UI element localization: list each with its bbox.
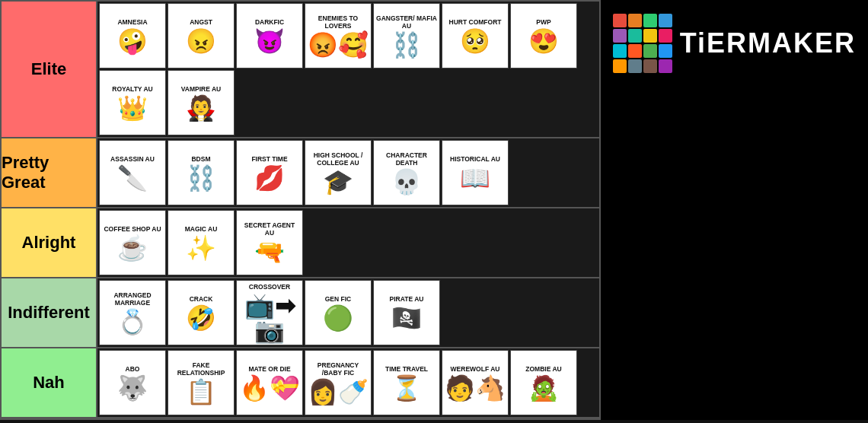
- tier-item[interactable]: DARKFIC😈: [236, 3, 303, 68]
- tier-item[interactable]: CRACK🤣: [168, 280, 235, 345]
- tier-item-emoji: 👩🍼: [308, 380, 369, 404]
- tier-items-alright: COFFEE SHOP AU☕MAGIC AU✨SECRET AGENT AU🔫: [97, 208, 599, 277]
- tier-item-emoji: 💋: [254, 166, 285, 190]
- tier-label-pretty-great: Pretty Great: [2, 138, 97, 207]
- logo-cell: [613, 14, 627, 27]
- logo-cell: [643, 29, 657, 43]
- logo-cell: [659, 44, 672, 58]
- tier-item-label: ARRANGED MARRIAGE: [102, 291, 163, 307]
- logo-cell: [643, 14, 657, 27]
- tier-item[interactable]: GEN FIC🟢: [305, 280, 372, 345]
- tier-item-label: SECRET AGENT AU: [239, 221, 300, 237]
- tier-item[interactable]: GANGSTER/ MAFIA AU⛓️: [373, 3, 440, 68]
- tier-item[interactable]: BDSM⛓️: [168, 140, 235, 205]
- tier-items-elite: AMNESIA🤪ANGST😠DARKFIC😈ENEMIES TO LOVERS😡…: [97, 2, 599, 137]
- tier-item-label: AMNESIA: [117, 18, 147, 26]
- tier-item-emoji: 🔥💝: [239, 376, 300, 400]
- tier-item-label: CROSSOVER: [249, 283, 290, 291]
- tier-item-label: DARKFIC: [255, 18, 284, 26]
- tier-item-label: GANGSTER/ MAFIA AU: [376, 14, 437, 30]
- tier-item[interactable]: HURT COMFORT🥺: [442, 3, 509, 68]
- tier-item[interactable]: VAMPIRE AU🧛: [168, 70, 235, 135]
- tier-item[interactable]: COFFEE SHOP AU☕: [99, 210, 166, 275]
- tier-items-indifferent: ARRANGED MARRIAGE💍CRACK🤣CROSSOVER📺➡📷GEN …: [97, 278, 599, 347]
- tier-label-elite: Elite: [2, 2, 97, 137]
- tier-item-label: PIRATE AU: [390, 295, 424, 303]
- logo-cell: [643, 59, 657, 73]
- tier-item[interactable]: ROYALTY AU👑: [99, 70, 166, 135]
- tier-table: EliteAMNESIA🤪ANGST😠DARKFIC😈ENEMIES TO LO…: [0, 0, 601, 420]
- tier-item[interactable]: FIRST TIME💋: [236, 140, 303, 205]
- tier-item-label: HISTORICAL AU: [450, 155, 500, 163]
- tier-item-emoji: 🐺: [117, 376, 148, 400]
- tier-item-emoji: 😈: [254, 29, 285, 53]
- right-panel: TiERMAKER: [601, 0, 868, 420]
- tier-item-emoji: 📋: [186, 380, 216, 404]
- tier-item[interactable]: CROSSOVER📺➡📷: [236, 280, 303, 345]
- tier-item-label: ENEMIES TO LOVERS: [308, 14, 369, 30]
- tier-items-nah: ABO🐺FAKE RELATIONSHIP📋MATE OR DIE🔥💝PREGN…: [97, 348, 599, 417]
- tier-item-emoji: ⛓️: [186, 166, 216, 190]
- tier-row-nah: NahABO🐺FAKE RELATIONSHIP📋MATE OR DIE🔥💝PR…: [2, 348, 599, 418]
- tier-item[interactable]: MAGIC AU✨: [168, 210, 235, 275]
- logo-cell: [643, 44, 657, 58]
- tier-item-label: CHARACTER DEATH: [376, 151, 437, 167]
- tier-item-emoji: 👑: [117, 96, 148, 120]
- tier-item[interactable]: HIGH SCHOOL / COLLEGE AU🎓: [305, 140, 372, 205]
- tier-item[interactable]: PIRATE AU🏴‍☠️: [373, 280, 440, 345]
- tier-item-label: TIME TRAVEL: [385, 365, 428, 373]
- tier-item-emoji: 💀: [391, 170, 422, 194]
- tier-item-emoji: ✨: [186, 236, 216, 260]
- tier-item[interactable]: PREGNANCY /BABY FIC👩🍼: [305, 350, 372, 415]
- tier-item-label: FAKE RELATIONSHIP: [171, 361, 231, 377]
- tier-item[interactable]: PWP😍: [510, 3, 577, 68]
- logo-cell: [659, 14, 672, 27]
- tier-item-emoji: 🟢: [323, 306, 353, 330]
- logo-cell: [613, 59, 627, 73]
- tier-item[interactable]: MATE OR DIE🔥💝: [236, 350, 303, 415]
- tier-item-label: MATE OR DIE: [248, 365, 290, 373]
- tier-item[interactable]: HISTORICAL AU📖: [442, 140, 509, 205]
- tier-row-alright: AlrightCOFFEE SHOP AU☕MAGIC AU✨SECRET AG…: [2, 208, 599, 278]
- tier-item[interactable]: TIME TRAVEL⏳: [373, 350, 440, 415]
- tier-item-label: MAGIC AU: [185, 225, 218, 233]
- tier-item-label: VAMPIRE AU: [181, 85, 221, 93]
- tier-item-emoji: 🥺: [460, 29, 490, 53]
- tier-item-emoji: 💍: [117, 310, 148, 334]
- tier-row-indifferent: IndifferentARRANGED MARRIAGE💍CRACK🤣CROSS…: [2, 278, 599, 348]
- tier-item-emoji: 😍: [528, 29, 559, 53]
- tier-item[interactable]: AMNESIA🤪: [99, 3, 166, 68]
- logo-cell: [628, 14, 642, 27]
- tier-item-emoji: 🧟: [528, 376, 559, 400]
- tier-item-emoji: 🏴‍☠️: [391, 306, 422, 330]
- tier-item[interactable]: WEREWOLF AU🧑🐴: [442, 350, 509, 415]
- tier-item-emoji: 😡🥰: [308, 33, 369, 57]
- tiermaker-logo: TiERMAKER: [601, 8, 868, 79]
- tier-item[interactable]: ZOMBIE AU🧟: [510, 350, 577, 415]
- tier-item[interactable]: ARRANGED MARRIAGE💍: [99, 280, 166, 345]
- tier-item[interactable]: CHARACTER DEATH💀: [373, 140, 440, 205]
- tier-item-label: COFFEE SHOP AU: [104, 225, 161, 233]
- tier-item[interactable]: ENEMIES TO LOVERS😡🥰: [305, 3, 372, 68]
- tier-item-label: ANGST: [190, 18, 212, 26]
- tier-item[interactable]: ABO🐺: [99, 350, 166, 415]
- tier-item[interactable]: SECRET AGENT AU🔫: [236, 210, 303, 275]
- logo-cell: [659, 59, 672, 73]
- tier-label-nah: Nah: [2, 348, 97, 417]
- logo-cell: [628, 29, 642, 43]
- tier-item-label: ZOMBIE AU: [525, 365, 561, 373]
- tier-item-label: WEREWOLF AU: [451, 365, 500, 373]
- tier-item-label: BDSM: [191, 155, 210, 163]
- tier-item-label: PREGNANCY /BABY FIC: [308, 361, 369, 377]
- tier-item[interactable]: FAKE RELATIONSHIP📋: [168, 350, 235, 415]
- tier-item-emoji: 🧑🐴: [445, 376, 506, 400]
- tier-item[interactable]: ASSASSIN AU🔪: [99, 140, 166, 205]
- tier-label-indifferent: Indifferent: [2, 278, 97, 347]
- tier-item-emoji: 📖: [460, 166, 490, 190]
- logo-cell: [659, 29, 672, 43]
- tier-item-emoji: 🤪: [117, 29, 148, 53]
- logo-cell: [628, 44, 642, 58]
- logo-grid: [613, 14, 672, 73]
- tier-item[interactable]: ANGST😠: [168, 3, 235, 68]
- tier-item-emoji: 🎓: [323, 170, 353, 194]
